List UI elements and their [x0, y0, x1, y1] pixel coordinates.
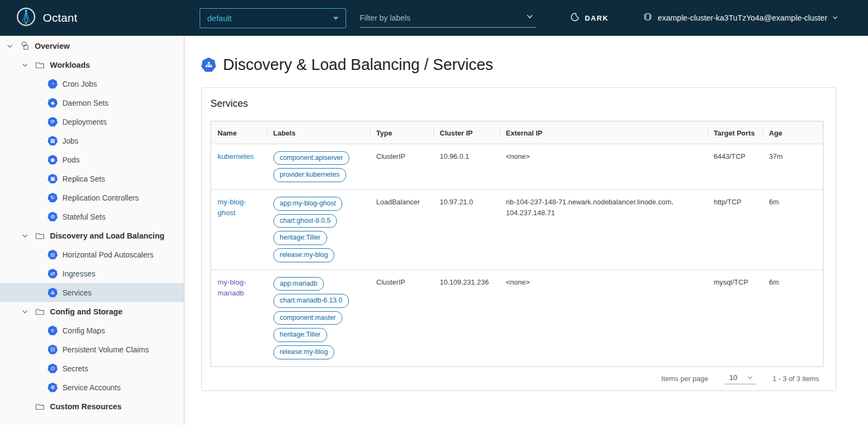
sidebar-item-custom-resources[interactable]: Custom Resources [0, 397, 184, 416]
filter-by-labels-input[interactable] [360, 14, 526, 22]
sidebar-item-ingresses[interactable]: ⇄Ingresses [0, 264, 184, 283]
sidebar-item-label: Config and Storage [50, 307, 123, 316]
label-pill[interactable]: component:apiserver [273, 151, 350, 165]
label-pill[interactable]: app:my-blog-ghost [273, 197, 343, 211]
sidebar-item-daemon-sets[interactable]: ◈Daemon Sets [0, 93, 184, 112]
column-header-target-ports: Target Ports [707, 121, 763, 144]
namespace-selected-value: default [207, 14, 232, 23]
sidebar-item-discovery-and-load-balancing[interactable]: Discovery and Load Balancing [0, 226, 184, 245]
cron-jobs-icon: ◔ [48, 79, 58, 89]
secrets-icon: ⊙ [48, 364, 58, 374]
pagination-range-label: 1 - 3 of 3 items [773, 375, 819, 383]
label-pill[interactable]: heritage:Tiller [273, 328, 327, 342]
column-header-type: Type [370, 121, 433, 144]
services-table: NameLabelsTypeCluster IPExternal IPTarge… [210, 121, 824, 367]
target-ports-cell: 6443/TCP [707, 144, 763, 189]
theme-toggle-button[interactable]: DARK [570, 0, 609, 36]
sidebar-item-replica-sets[interactable]: ▣Replica Sets [0, 169, 184, 188]
moon-icon [570, 12, 580, 24]
services-card: Services NameLabelsTypeCluster IPExterna… [201, 87, 836, 391]
label-pill[interactable]: release:my-blog [273, 345, 335, 359]
label-pill[interactable]: release:my-blog [273, 248, 335, 262]
page-title: Discovery & Load Balancing / Services [223, 56, 493, 74]
services-page-icon [201, 57, 216, 72]
service-link[interactable]: my-blog-mariadb [218, 278, 246, 297]
chevron-down-icon[interactable] [21, 308, 29, 315]
service-accounts-icon: ⊕ [48, 383, 58, 392]
label-pill[interactable]: component:master [273, 311, 343, 325]
sidebar-item-services[interactable]: Services [0, 283, 184, 302]
sidebar-item-label: Custom Resources [50, 402, 122, 411]
sidebar-item-pods[interactable]: ◉Pods [0, 150, 184, 169]
chevron-down-icon[interactable] [21, 62, 29, 68]
target-ports-cell: http/TCP [707, 190, 763, 270]
service-link[interactable]: kubernetes [218, 152, 254, 160]
sidebar-item-secrets[interactable]: ⊙Secrets [0, 359, 184, 378]
namespace-selector[interactable]: default [200, 8, 346, 28]
age-cell: 6m [763, 269, 824, 366]
name-cell: my-blog-mariadb [211, 269, 267, 366]
cluster-ip-cell: 10.97.21.0 [433, 190, 500, 270]
cluster-ip-cell: 10.96.0.1 [433, 144, 500, 189]
sidebar-item-label: Discovery and Load Balancing [50, 231, 164, 240]
sidebar-item-overview[interactable]: Overview [0, 36, 184, 55]
sidebar-item-jobs[interactable]: ▦Jobs [0, 131, 184, 150]
items-per-page-value: 10 [730, 374, 737, 382]
chevron-down-icon[interactable] [5, 43, 14, 49]
sidebar-item-replication-controllers[interactable]: ↻Replication Controllers [0, 188, 184, 207]
sidebar-item-label: Jobs [62, 137, 79, 145]
config-maps-icon: ≡ [48, 326, 58, 336]
cluster-ip-cell: 10.109.231.236 [433, 269, 500, 366]
daemon-sets-icon: ◈ [48, 98, 58, 108]
sidebar-item-cron-jobs[interactable]: ◔Cron Jobs [0, 74, 184, 93]
sidebar-item-persistent-volume-claims[interactable]: ⊟Persistent Volume Claims [0, 340, 184, 359]
label-pill[interactable]: app:mariadb [273, 277, 324, 291]
deployments-icon: ⟳ [48, 117, 58, 127]
sidebar-item-label: Replica Sets [62, 175, 105, 183]
label-pill[interactable]: heritage:Tiller [273, 231, 327, 245]
stateful-sets-icon: ⊜ [48, 212, 58, 222]
label-pill[interactable]: provider:kubernetes [273, 168, 346, 182]
chevron-down-icon[interactable] [526, 12, 534, 23]
sidebar-item-workloads[interactable]: Workloads [0, 55, 184, 74]
label-pill[interactable]: chart:ghost-8.0.5 [273, 214, 337, 228]
sidebar-item-config-maps[interactable]: ≡Config Maps [0, 321, 184, 340]
labels-cell: app:mariadbchart:mariadb-6.13.0component… [267, 269, 370, 366]
items-per-page-select[interactable]: 10 [725, 373, 756, 384]
column-header-cluster-ip: Cluster IP [433, 121, 500, 144]
sidebar-item-deployments[interactable]: ⟳Deployments [0, 112, 184, 131]
column-header-external-ip: External IP [500, 121, 707, 144]
overview-icon [19, 41, 30, 50]
sidebar-item-label: Service Accounts [62, 383, 120, 392]
context-selector[interactable]: example-cluster-ka3TuTzYo4a@example-clus… [643, 0, 838, 36]
sidebar-item-label: Secrets [62, 364, 88, 373]
service-link[interactable]: my-blog-ghost [218, 198, 246, 217]
table-pagination: Items per page 10 1 - 3 of 3 items [210, 367, 827, 390]
chevron-down-icon [746, 374, 754, 381]
table-row: my-blog-mariadbapp:mariadbchart:mariadb-… [211, 269, 824, 366]
sidebar-item-stateful-sets[interactable]: ⊜Stateful Sets [0, 207, 184, 226]
label-filter [360, 8, 536, 28]
column-header-labels: Labels [267, 121, 370, 144]
replica-sets-icon: ▣ [48, 174, 58, 184]
sidebar-item-config-and-storage[interactable]: Config and Storage [0, 302, 184, 321]
sidebar-item-label: Pods [62, 156, 80, 164]
type-cell: ClusterIP [370, 269, 433, 366]
column-header-age: Age [763, 121, 824, 144]
sidebar-item-horizontal-pod-autoscalers[interactable]: ◎Horizontal Pod Autoscalers [0, 245, 184, 264]
chevron-down-icon[interactable] [21, 233, 29, 239]
horizontal-pod-autoscalers-icon: ◎ [48, 250, 58, 260]
sidebar-item-service-accounts[interactable]: ⊕Service Accounts [0, 378, 184, 397]
pods-icon: ◉ [48, 155, 58, 165]
target-ports-cell: mysql/TCP [707, 269, 763, 366]
external-ip-cell: nb-104-237-148-71.newark.nodebalancer.li… [500, 190, 707, 270]
name-cell: kubernetes [211, 144, 267, 189]
table-row: my-blog-ghostapp:my-blog-ghostchart:ghos… [211, 190, 824, 270]
sidebar-item-label: Workloads [50, 61, 90, 69]
octant-logo [16, 7, 36, 29]
folder-icon [34, 402, 45, 411]
items-per-page-label: Items per page [661, 375, 709, 383]
external-ip-cell: <none> [500, 144, 707, 189]
label-pill[interactable]: chart:mariadb-6.13.0 [273, 294, 349, 308]
age-cell: 37m [763, 144, 824, 189]
